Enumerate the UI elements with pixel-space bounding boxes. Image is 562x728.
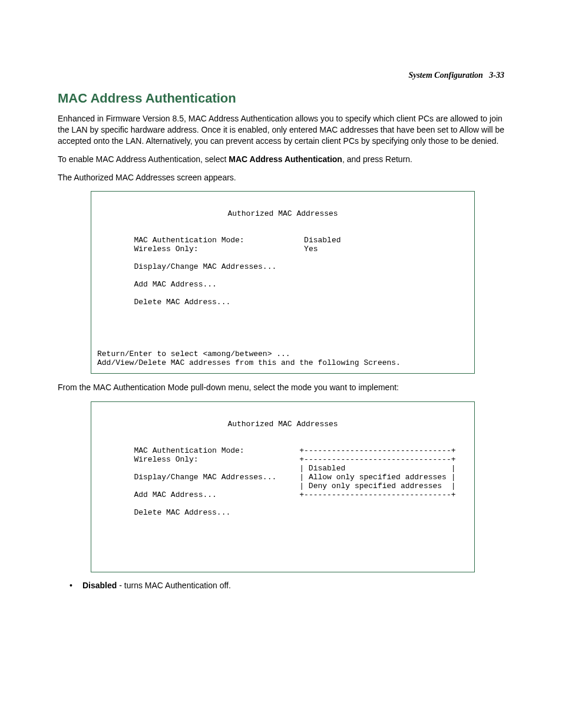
terminal-title: Authorized MAC Addresses (97, 420, 468, 429)
wireless-label: Wireless Only: (134, 245, 198, 253)
delete-mac-item: Delete MAC Address... (134, 508, 230, 517)
section-name: System Configuration (408, 71, 482, 80)
menu-border-bot: +--------------------------------+ (299, 490, 455, 499)
footer-line-2: Add/View/Delete MAC addresses from this … (97, 358, 401, 367)
mode-label: MAC Authentication Mode: (134, 446, 244, 455)
bullet-term: Disabled (82, 581, 117, 590)
page-container: System Configuration 3-33 MAC Address Au… (0, 0, 562, 625)
menu-option-allow: | Allow only specified addresses | (299, 473, 455, 482)
running-header: System Configuration 3-33 (58, 71, 504, 80)
mode-value: Disabled (304, 236, 340, 245)
add-mac-item: Add MAC Address... (134, 490, 216, 499)
enable-paragraph: To enable MAC Address Authentication, se… (58, 154, 504, 165)
add-mac-item: Add MAC Address... (134, 280, 216, 289)
enable-post: , and press Return. (342, 154, 412, 164)
menu-option-deny: | Deny only specified addresses | (299, 482, 455, 490)
page-title: MAC Address Authentication (58, 91, 504, 106)
menu-option-disabled: | Disabled | (299, 464, 455, 473)
menu-border-mid: +--------------------------------+ (299, 455, 455, 464)
terminal-title: Authorized MAC Addresses (97, 210, 468, 219)
delete-mac-item: Delete MAC Address... (134, 298, 230, 307)
display-change-item: Display/Change MAC Addresses... (134, 262, 276, 271)
mode-label: MAC Authentication Mode: (134, 236, 244, 245)
terminal-screen-1: Authorized MAC Addresses MAC Authenticat… (91, 191, 475, 374)
appears-paragraph: The Authorized MAC Addresses screen appe… (58, 172, 504, 183)
bullet-disabled: Disabled - turns MAC Authentication off. (70, 581, 504, 590)
menu-border-top: +--------------------------------+ (299, 446, 455, 455)
bullet-text: - turns MAC Authentication off. (117, 581, 231, 590)
terminal-screen-2: Authorized MAC Addresses MAC Authenticat… (91, 401, 475, 572)
pulldown-paragraph: From the MAC Authentication Mode pull-do… (58, 382, 504, 393)
footer-line-1: Return/Enter to select <among/between> .… (97, 350, 290, 358)
wireless-label: Wireless Only: (134, 455, 198, 464)
page-number: 3-33 (489, 71, 504, 80)
terminal-footer: Return/Enter to select <among/between> .… (97, 350, 468, 368)
display-change-item: Display/Change MAC Addresses... (134, 473, 276, 482)
bullet-list: Disabled - turns MAC Authentication off. (70, 581, 504, 590)
wireless-value: Yes (304, 245, 318, 253)
intro-paragraph: Enhanced in Firmware Version 8.5, MAC Ad… (58, 113, 504, 147)
enable-pre: To enable MAC Address Authentication, se… (58, 154, 229, 164)
enable-bold: MAC Address Authentication (229, 154, 342, 164)
